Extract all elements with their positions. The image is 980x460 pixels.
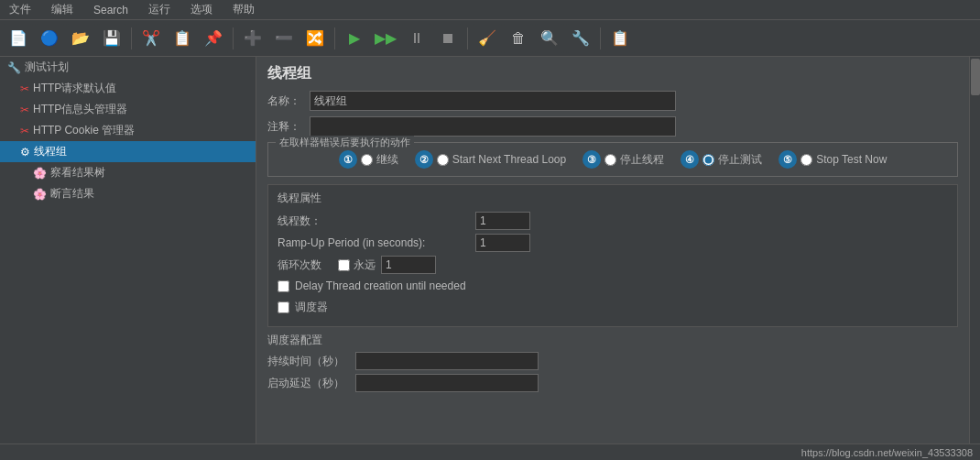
sidebar-item-thread-group[interactable]: ⚙ 线程组 bbox=[0, 141, 256, 162]
delay-thread-checkbox[interactable] bbox=[278, 280, 289, 292]
new-button[interactable]: 📄 bbox=[4, 24, 33, 53]
stop-button[interactable]: ⏸ bbox=[402, 24, 431, 53]
sidebar-label-test-plan: 测试计划 bbox=[25, 60, 69, 75]
action-num-1: ① bbox=[339, 150, 357, 169]
forever-checkbox-label[interactable]: 永远 bbox=[338, 257, 376, 273]
menu-help[interactable]: 帮助 bbox=[227, 0, 260, 19]
statusbar-url: https://blog.csdn.net/weixin_43533308 bbox=[801, 447, 973, 458]
action-stop-thread-label: 停止线程 bbox=[620, 152, 664, 168]
loop-count-row: 循环次数 永远 bbox=[278, 256, 948, 274]
forever-checkbox[interactable] bbox=[338, 259, 350, 271]
toolbar: 📄 🔵 📂 💾 ✂️ 📋 📌 ➕ ➖ 🔀 ▶ ▶▶ ⏸ ⏹ 🧹 🗑 🔍 🔧 📋 bbox=[0, 20, 980, 57]
action-stop-test-now-radio[interactable] bbox=[800, 154, 812, 166]
thread-count-row: 线程数： bbox=[278, 212, 948, 230]
start-delay-row: 启动延迟（秒） bbox=[267, 374, 958, 392]
save-button[interactable]: 💾 bbox=[97, 24, 126, 53]
action-next-loop-radio[interactable] bbox=[437, 154, 449, 166]
sidebar-item-http-cookie[interactable]: ✂ HTTP Cookie 管理器 bbox=[0, 120, 256, 141]
ramp-up-input[interactable] bbox=[475, 234, 530, 252]
scheduler-checkbox[interactable] bbox=[278, 301, 289, 313]
collapse-button[interactable]: ➖ bbox=[269, 24, 299, 53]
action-num-5: ⑤ bbox=[779, 150, 797, 169]
action-num-4: ④ bbox=[681, 150, 699, 169]
action-continue-radio[interactable] bbox=[361, 154, 373, 166]
reset-button[interactable]: 🔧 bbox=[566, 24, 595, 53]
separator-4 bbox=[467, 27, 468, 49]
action-num-3: ③ bbox=[583, 150, 601, 169]
action-stop-test-now[interactable]: ⑤ Stop Test Now bbox=[779, 150, 887, 169]
run-button[interactable]: ▶ bbox=[340, 24, 369, 53]
duration-label: 持续时间（秒） bbox=[267, 354, 350, 369]
sidebar-label-result-tree: 察看结果树 bbox=[50, 165, 105, 181]
action-next-loop-label: Start Next Thread Loop bbox=[452, 153, 567, 166]
action-next-loop[interactable]: ② Start Next Thread Loop bbox=[415, 150, 567, 169]
clear-all-button[interactable]: 🗑 bbox=[504, 24, 533, 53]
action-stop-thread[interactable]: ③ 停止线程 bbox=[583, 150, 664, 169]
error-action-group: 在取样器错误后要执行的动作 ① 继续 ② Start Next Thread L… bbox=[267, 142, 958, 177]
copy-button[interactable]: 📋 bbox=[168, 24, 197, 53]
name-input[interactable] bbox=[310, 91, 676, 111]
loop-count-label: 循环次数 bbox=[278, 257, 332, 273]
menubar: 文件 编辑 Search 运行 选项 帮助 bbox=[0, 0, 980, 20]
delay-thread-row: Delay Thread creation until needed bbox=[278, 278, 948, 294]
template-button[interactable]: 🔵 bbox=[35, 24, 64, 53]
page-title: 线程组 bbox=[267, 64, 958, 83]
expand-button[interactable]: ➕ bbox=[238, 24, 267, 53]
duration-row: 持续时间（秒） bbox=[267, 352, 958, 370]
action-stop-test-radio[interactable] bbox=[702, 154, 714, 166]
sidebar-item-result-tree[interactable]: 🌸 察看结果树 bbox=[0, 162, 256, 183]
start-delay-input[interactable] bbox=[355, 374, 539, 392]
scrollbar[interactable] bbox=[969, 57, 980, 444]
name-label: 名称： bbox=[267, 93, 304, 109]
search-button[interactable]: 🔍 bbox=[535, 24, 564, 53]
separator-3 bbox=[334, 27, 335, 49]
clear-button[interactable]: 🧹 bbox=[473, 24, 502, 53]
menu-file[interactable]: 文件 bbox=[4, 0, 37, 19]
menu-run[interactable]: 运行 bbox=[143, 0, 176, 19]
menu-options[interactable]: 选项 bbox=[185, 0, 218, 19]
name-row: 名称： bbox=[267, 91, 958, 111]
action-continue-label: 继续 bbox=[376, 152, 398, 168]
sidebar-item-assert-result[interactable]: 🌸 断言结果 bbox=[0, 183, 256, 204]
menu-edit[interactable]: 编辑 bbox=[46, 0, 79, 19]
sidebar-item-http-default[interactable]: ✂ HTTP请求默认值 bbox=[0, 78, 256, 99]
cut-button[interactable]: ✂️ bbox=[136, 24, 166, 53]
http-cookie-icon: ✂ bbox=[20, 125, 29, 137]
sidebar-item-http-header[interactable]: ✂ HTTP信息头管理器 bbox=[0, 99, 256, 120]
scheduler-config-section: 调度器配置 持续时间（秒） 启动延迟（秒） bbox=[267, 333, 958, 392]
statusbar: https://blog.csdn.net/weixin_43533308 bbox=[0, 444, 980, 460]
sidebar-label-assert-result: 断言结果 bbox=[50, 186, 94, 202]
http-default-icon: ✂ bbox=[20, 82, 29, 95]
thread-props-title: 线程属性 bbox=[278, 191, 948, 206]
action-stop-test-label: 停止测试 bbox=[718, 152, 762, 168]
run-no-pause-button[interactable]: ▶▶ bbox=[371, 24, 400, 53]
sidebar: 🔧 测试计划 ✂ HTTP请求默认值 ✂ HTTP信息头管理器 ✂ HTTP C… bbox=[0, 57, 256, 444]
stop-now-button[interactable]: ⏹ bbox=[433, 24, 463, 53]
paste-button[interactable]: 📌 bbox=[199, 24, 228, 53]
scheduler-checkbox-row: 调度器 bbox=[278, 298, 948, 317]
sidebar-label-http-default: HTTP请求默认值 bbox=[33, 81, 116, 96]
open-button[interactable]: 📂 bbox=[66, 24, 95, 53]
action-stop-thread-radio[interactable] bbox=[604, 154, 616, 166]
start-delay-label: 启动延迟（秒） bbox=[267, 376, 350, 391]
action-continue[interactable]: ① 继续 bbox=[339, 150, 398, 169]
menu-search[interactable]: Search bbox=[88, 2, 134, 18]
error-action-radio-row: ① 继续 ② Start Next Thread Loop ③ 停止线程 ④ bbox=[279, 150, 946, 169]
toggle-button[interactable]: 🔀 bbox=[300, 24, 330, 53]
main-layout: 🔧 测试计划 ✂ HTTP请求默认值 ✂ HTTP信息头管理器 ✂ HTTP C… bbox=[0, 57, 980, 444]
sidebar-label-http-cookie: HTTP Cookie 管理器 bbox=[33, 123, 135, 138]
action-stop-test[interactable]: ④ 停止测试 bbox=[681, 150, 762, 169]
error-group-title: 在取样器错误后要执行的动作 bbox=[276, 136, 414, 149]
loop-count-input[interactable] bbox=[381, 256, 436, 274]
result-tree-icon: 🌸 bbox=[33, 167, 47, 180]
sidebar-item-test-plan[interactable]: 🔧 测试计划 bbox=[0, 57, 256, 78]
thread-properties-section: 线程属性 线程数： Ramp-Up Period (in seconds): 循… bbox=[267, 184, 958, 327]
duration-input[interactable] bbox=[355, 352, 539, 370]
separator-1 bbox=[131, 27, 132, 49]
scroll-thumb[interactable] bbox=[971, 59, 980, 95]
comment-row: 注释： bbox=[267, 116, 958, 137]
thread-count-input[interactable] bbox=[475, 212, 530, 230]
list-button[interactable]: 📋 bbox=[605, 24, 635, 53]
ramp-up-label: Ramp-Up Period (in seconds): bbox=[278, 236, 470, 249]
comment-input[interactable] bbox=[310, 116, 676, 137]
